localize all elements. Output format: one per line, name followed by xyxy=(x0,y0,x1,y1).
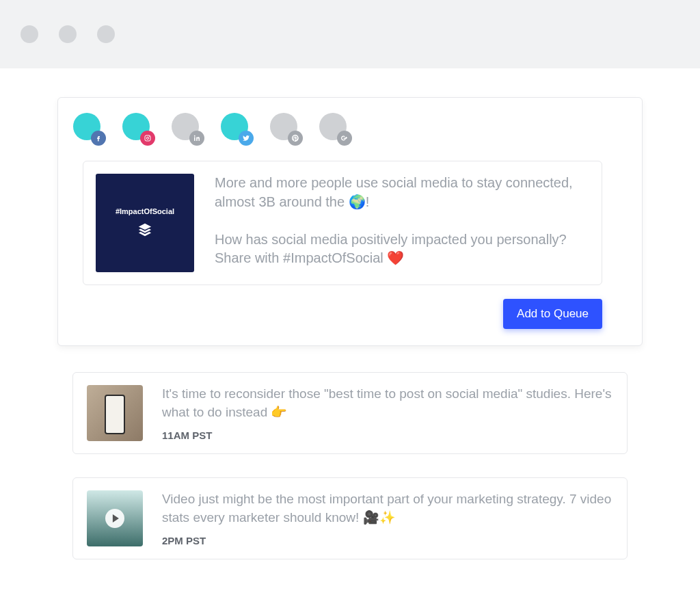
svg-point-2 xyxy=(149,136,150,137)
composer-card: #ImpactOfSocial More and more people use… xyxy=(57,97,643,346)
svg-point-4 xyxy=(194,135,196,137)
post-composer[interactable]: #ImpactOfSocial More and more people use… xyxy=(83,161,602,285)
account-linkedin[interactable] xyxy=(172,113,199,140)
svg-point-1 xyxy=(146,137,148,139)
browser-chrome-bar xyxy=(0,0,700,68)
account-facebook[interactable] xyxy=(73,113,100,140)
queue-thumbnail xyxy=(87,490,143,546)
queue-item-time: 11AM PST xyxy=(162,429,613,441)
facebook-icon xyxy=(91,131,106,146)
post-thumbnail: #ImpactOfSocial xyxy=(96,174,194,272)
queue-item-text: Video just might be the most important p… xyxy=(162,490,613,527)
account-pinterest[interactable] xyxy=(270,113,297,140)
window-dot xyxy=(97,25,115,43)
thumb-label: #ImpactOfSocial xyxy=(116,207,174,215)
queue-item-text: It's time to reconsider those "best time… xyxy=(162,385,613,421)
queue-thumbnail xyxy=(87,385,143,441)
queue-list: It's time to reconsider those "best time… xyxy=(57,372,643,559)
queue-item-time: 2PM PST xyxy=(162,535,613,546)
window-dot xyxy=(21,25,38,43)
linkedin-icon xyxy=(189,131,204,146)
account-googleplus[interactable] xyxy=(319,113,347,140)
twitter-icon xyxy=(239,131,254,146)
account-instagram[interactable] xyxy=(122,113,150,140)
account-twitter[interactable] xyxy=(221,113,248,140)
googleplus-icon xyxy=(337,131,352,146)
queue-item[interactable]: Video just might be the most important p… xyxy=(72,477,628,559)
post-text[interactable]: More and more people use social media to… xyxy=(215,174,588,268)
svg-rect-3 xyxy=(194,137,196,142)
pinterest-icon xyxy=(288,131,303,146)
window-dot xyxy=(59,25,77,43)
instagram-icon xyxy=(140,131,155,146)
add-to-queue-button[interactable]: Add to Queue xyxy=(503,299,602,329)
accounts-row xyxy=(58,98,642,150)
buffer-logo-icon xyxy=(137,222,152,239)
queue-item[interactable]: It's time to reconsider those "best time… xyxy=(72,372,628,454)
